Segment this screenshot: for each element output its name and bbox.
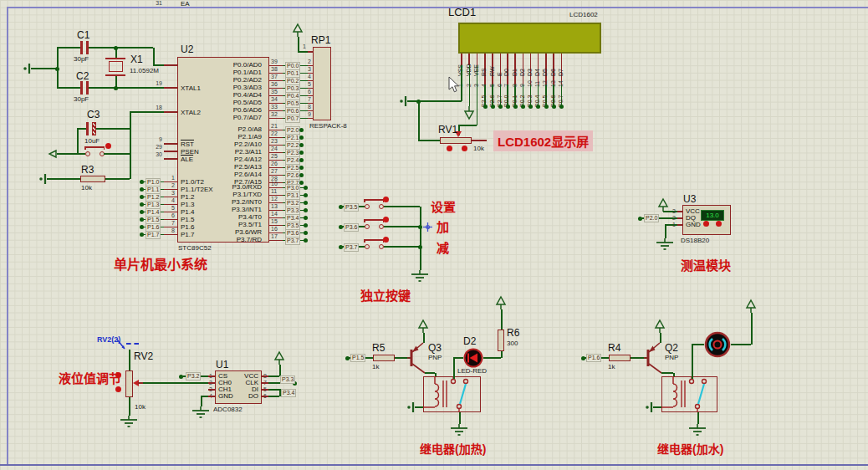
- rv2-decrease-dot[interactable]: [115, 386, 121, 392]
- pin-label: P0.2/AD2: [177, 76, 266, 84]
- crystal-x1[interactable]: [109, 61, 123, 72]
- net-label: P1.5: [350, 354, 365, 362]
- motor-icon[interactable]: [704, 331, 731, 358]
- net-terminal-dot: [559, 105, 564, 109]
- u3-pin-labels: VCCDQGND: [686, 208, 701, 228]
- sheet-border-left: [7, 7, 8, 465]
- pin-name: D7: [558, 55, 564, 76]
- pin-stub: [262, 382, 268, 384]
- reset-button-indicator[interactable]: [105, 143, 111, 149]
- pot-rv1-body[interactable]: [440, 137, 472, 144]
- wire: [477, 65, 478, 125]
- pin-stub: [262, 375, 268, 377]
- lcd-pin-column: D07P0.0: [503, 54, 511, 110]
- resistor-r3[interactable]: [80, 176, 105, 182]
- lcd-screen[interactable]: [458, 23, 601, 54]
- reset-button-terminal: [85, 151, 90, 156]
- wire: [89, 87, 164, 89]
- ground-left-icon: [406, 401, 415, 413]
- transistor-q3[interactable]: [407, 338, 427, 375]
- wire: [201, 396, 202, 406]
- d2-ref: D2: [463, 335, 476, 347]
- respack-rp1-body[interactable]: [313, 47, 331, 120]
- u3-temp-up-dot[interactable]: [703, 221, 709, 227]
- rv1-value: 10k: [473, 145, 484, 152]
- probe-dashes: [126, 343, 139, 345]
- rv1-decrease-dot[interactable]: [447, 146, 452, 151]
- push-button[interactable]: [364, 239, 384, 241]
- c2-ref: C2: [76, 70, 89, 82]
- ground-left-icon: [399, 95, 407, 107]
- net-row: 32P0.79: [269, 115, 314, 122]
- pin-number: 6: [163, 212, 175, 219]
- button-indicator[interactable]: [383, 197, 389, 202]
- pin-number: 1: [163, 175, 175, 181]
- pin-label: P2.4/A12: [177, 156, 266, 163]
- pin-number: 10: [271, 181, 278, 187]
- wire: [268, 389, 279, 391]
- pin-number: 2: [163, 182, 175, 189]
- button-indicator[interactable]: [383, 237, 389, 243]
- wire: [105, 178, 130, 180]
- schematic-canvas[interactable]: C1 30pF C2 30pF X1 11.0592M C3 10uF R3 1…: [0, 0, 868, 470]
- relay-heat-internals: [423, 376, 481, 412]
- junction-dot: [418, 245, 422, 249]
- wire: [661, 372, 673, 374]
- wire: [692, 345, 693, 379]
- pin-name: RW: [489, 55, 496, 76]
- key-rows: P3.5P3.6P3.7: [339, 203, 422, 263]
- pin-number: 22: [271, 130, 278, 137]
- resistor-r4[interactable]: [609, 355, 631, 361]
- u3-temperature-display: 13.0: [701, 210, 724, 221]
- net-label: P1.6: [586, 354, 601, 362]
- lcd-pin-column: D714P0.7: [558, 54, 565, 110]
- button-indicator[interactable]: [383, 217, 389, 222]
- lcd-pin-column: D512P0.5: [542, 54, 549, 110]
- pin-number: 13: [271, 203, 278, 210]
- key-plus-label: 加: [437, 217, 449, 235]
- rp1-ref: RP1: [311, 34, 330, 46]
- wire: [89, 47, 153, 49]
- rv1-increase-dot[interactable]: [462, 146, 467, 151]
- relay-water-internals: [661, 376, 717, 412]
- crystal-bar[interactable]: [105, 58, 125, 59]
- wire: [129, 397, 130, 416]
- wire: [31, 68, 57, 69]
- pin-number: 24: [271, 146, 278, 152]
- wire: [660, 333, 661, 343]
- rp1-pin1-number: 1: [303, 43, 306, 50]
- pin-stub: [164, 151, 177, 152]
- crystal-bar[interactable]: [105, 74, 125, 76]
- junction-dot: [114, 46, 118, 50]
- u3-part: DS18B20: [681, 237, 709, 244]
- capacitor-c1[interactable]: [80, 41, 83, 54]
- pin-number: 14: [271, 211, 278, 217]
- resistor-r6[interactable]: [498, 330, 504, 351]
- pin-stub: [164, 143, 177, 145]
- c1-ref: C1: [77, 29, 89, 41]
- ground-left-icon: [23, 63, 31, 74]
- u1-part: ADC0832: [213, 406, 243, 413]
- u3-temp-down-dot[interactable]: [716, 221, 722, 227]
- capacitor-c2[interactable]: [80, 81, 83, 95]
- pin-name: D5: [542, 55, 549, 76]
- resistor-r5[interactable]: [373, 355, 395, 361]
- pin-label: P3.3/INT1: [177, 206, 266, 213]
- rp-pin-number: 2: [303, 59, 311, 65]
- pin-stub: [308, 51, 313, 53]
- transistor-q2[interactable]: [644, 338, 664, 375]
- d2-part: LED-RED: [457, 367, 487, 375]
- wire: [77, 128, 86, 130]
- push-button[interactable]: [364, 199, 384, 201]
- key-set-label: 设置: [431, 197, 456, 215]
- pin-stub: [269, 240, 283, 242]
- pin-name: RS: [481, 55, 488, 76]
- wire: [77, 129, 79, 154]
- wire: [459, 412, 461, 424]
- capacitor-c3[interactable]: [86, 122, 89, 135]
- reset-button-bar[interactable]: [84, 146, 105, 148]
- rp-pin-number: 8: [303, 104, 311, 110]
- pin-number: 1: [666, 222, 676, 228]
- led-d2[interactable]: [463, 348, 483, 368]
- push-button[interactable]: [364, 219, 384, 221]
